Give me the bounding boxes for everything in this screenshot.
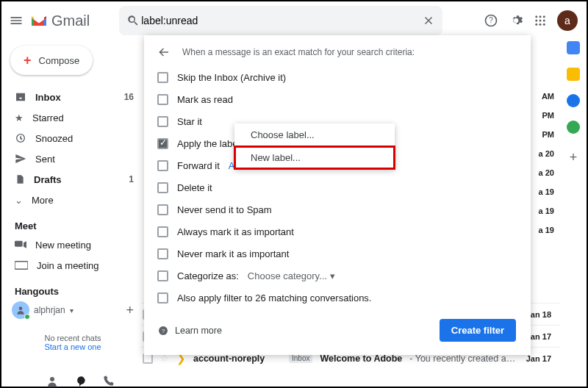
account-avatar[interactable]: a <box>557 10 578 31</box>
chat-tray <box>46 375 115 388</box>
learn-more-link[interactable]: ?Learn more <box>157 325 222 337</box>
person-icon[interactable] <box>46 375 59 388</box>
meet-new-meeting[interactable]: New meeting <box>4 234 141 255</box>
help-icon[interactable]: ? <box>484 13 498 28</box>
send-icon <box>15 153 26 165</box>
user-avatar-icon <box>12 301 29 319</box>
search-bar[interactable] <box>119 6 442 35</box>
svg-point-9 <box>539 24 542 26</box>
hangouts-user-row[interactable]: alphrjan ▾ + <box>4 300 141 320</box>
filter-option-apply-to-matching[interactable]: Also apply filter to 26 matching convers… <box>157 287 516 309</box>
filter-option-categorize[interactable]: Categorize as:Choose category... ▾ <box>157 265 516 287</box>
filter-panel: When a message is an exact match for you… <box>144 35 531 355</box>
label-option-new-label[interactable]: New label... <box>234 146 395 169</box>
svg-point-8 <box>535 24 537 26</box>
checkbox-icon[interactable] <box>157 270 168 281</box>
checkbox-icon[interactable] <box>157 292 168 303</box>
svg-text:?: ? <box>489 16 493 24</box>
category-select[interactable]: Choose category... ▾ <box>248 270 335 281</box>
nav-sent[interactable]: Sent <box>4 148 141 169</box>
camera-icon <box>15 240 26 249</box>
meet-header: Meet <box>15 220 141 231</box>
presence-dot-icon <box>24 314 30 320</box>
settings-icon[interactable] <box>509 13 523 28</box>
apps-icon[interactable] <box>534 14 547 27</box>
checkbox-icon[interactable] <box>157 182 168 193</box>
nav-snoozed[interactable]: Snoozed <box>4 128 141 148</box>
nav-starred[interactable]: ★Starred <box>4 107 141 128</box>
sidebar: + Compose Inbox16 ★Starred Snoozed Sent … <box>1 40 141 369</box>
checkbox-icon[interactable] <box>157 226 168 237</box>
svg-point-5 <box>535 20 537 22</box>
svg-point-2 <box>535 15 537 18</box>
checkbox-icon[interactable] <box>157 116 168 127</box>
svg-point-17 <box>50 377 54 381</box>
filter-option-never-spam[interactable]: Never send it to Spam <box>157 198 516 220</box>
nav-inbox[interactable]: Inbox16 <box>4 87 141 107</box>
checkbox-icon[interactable] <box>157 160 168 171</box>
chevron-down-icon[interactable]: ▾ <box>70 306 74 315</box>
compose-button[interactable]: + Compose <box>10 46 93 75</box>
clear-search-icon[interactable] <box>422 14 435 27</box>
no-recent-chats: No recent chats <box>4 334 141 342</box>
svg-point-7 <box>543 20 545 22</box>
checkbox-icon[interactable] <box>157 204 168 215</box>
gmail-logo: Gmail <box>29 12 90 29</box>
search-icon <box>126 14 140 27</box>
clock-icon <box>15 132 26 144</box>
filter-option-never-important[interactable]: Never mark it as important <box>157 242 516 265</box>
preview-date-column: AMPMPMa 20a 20a 19a 19a 19 <box>539 87 554 240</box>
filter-option-always-important[interactable]: Always mark it as important <box>157 220 516 242</box>
start-new-chat-link[interactable]: Start a new one <box>4 342 141 351</box>
inbox-icon <box>15 91 26 103</box>
search-input[interactable] <box>140 14 422 27</box>
back-icon[interactable] <box>157 46 171 59</box>
checkbox-icon[interactable] <box>157 138 168 149</box>
phone-icon[interactable] <box>103 375 115 388</box>
tasks-icon[interactable] <box>567 94 580 107</box>
keyboard-icon <box>15 261 28 270</box>
create-filter-button[interactable]: Create filter <box>440 319 516 342</box>
meet-join-meeting[interactable]: Join a meeting <box>4 255 141 276</box>
svg-text:?: ? <box>162 327 165 334</box>
hangouts-header: Hangouts <box>15 286 141 297</box>
addons-icon[interactable]: + <box>570 150 578 165</box>
filter-option-mark-read[interactable]: Mark as read <box>157 88 516 110</box>
hangouts-icon[interactable] <box>75 375 87 388</box>
nav-drafts[interactable]: Drafts1 <box>4 169 141 190</box>
calendar-icon[interactable] <box>567 41 580 54</box>
contacts-icon[interactable] <box>567 121 580 134</box>
panel-title: When a message is an exact match for you… <box>182 47 415 57</box>
checkbox-icon[interactable] <box>157 94 168 105</box>
add-chat-icon[interactable]: + <box>126 303 134 318</box>
svg-rect-13 <box>15 262 28 270</box>
label-option-choose[interactable]: Choose label... <box>234 123 395 146</box>
svg-point-4 <box>543 15 545 18</box>
right-side-panel: + <box>562 41 585 165</box>
filter-option-skip-inbox[interactable]: Skip the Inbox (Archive it) <box>157 66 516 88</box>
file-icon <box>15 173 25 185</box>
label-dropdown: Choose label... New label... <box>234 123 395 169</box>
svg-point-10 <box>543 24 545 26</box>
checkbox-icon[interactable] <box>157 72 168 83</box>
help-icon: ? <box>157 325 169 337</box>
product-name: Gmail <box>51 12 90 29</box>
nav-more[interactable]: ⌄More <box>4 190 141 210</box>
plus-icon: + <box>24 53 32 68</box>
svg-rect-12 <box>15 241 23 247</box>
checkbox-icon[interactable] <box>157 248 168 259</box>
compose-label: Compose <box>39 55 80 66</box>
svg-point-3 <box>539 15 542 18</box>
filter-option-delete[interactable]: Delete it <box>157 176 516 198</box>
svg-point-14 <box>19 306 23 310</box>
star-icon: ★ <box>15 112 24 123</box>
hamburger-icon[interactable] <box>9 13 24 28</box>
chevron-down-icon: ⌄ <box>15 195 23 206</box>
svg-point-6 <box>539 20 542 22</box>
keep-icon[interactable] <box>567 68 580 81</box>
